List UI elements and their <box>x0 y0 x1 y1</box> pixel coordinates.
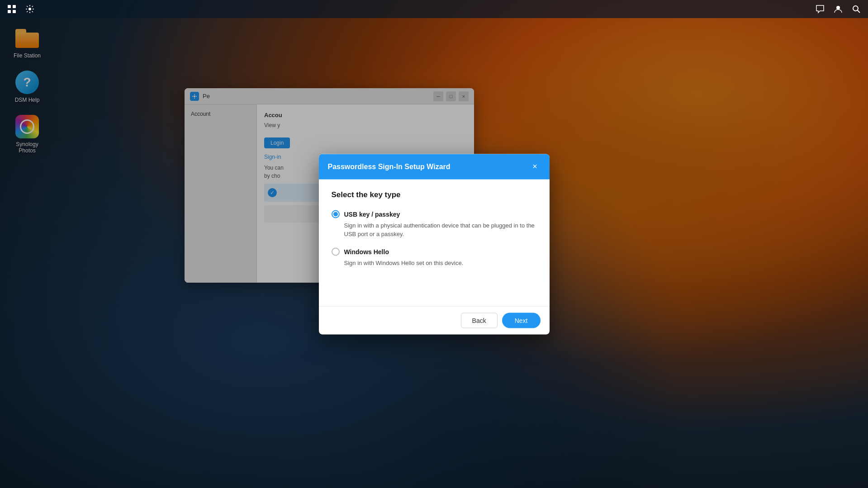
svg-rect-2 <box>8 10 11 13</box>
windows-hello-label: Windows Hello <box>344 248 389 255</box>
usb-key-radio[interactable] <box>332 210 340 218</box>
usb-key-option[interactable]: USB key / passkey Sign in with a physica… <box>332 210 537 238</box>
dialog-subtitle: Select the key type <box>332 190 537 199</box>
dialog-close-button[interactable]: × <box>530 161 541 172</box>
windows-hello-radio[interactable] <box>332 247 340 256</box>
next-button[interactable]: Next <box>502 313 541 328</box>
search-icon <box>852 5 861 14</box>
search-button[interactable] <box>848 1 864 17</box>
svg-point-4 <box>28 8 31 10</box>
usb-key-description: Sign in with a physical authentication d… <box>344 221 537 238</box>
dialog-header: Passwordless Sign-In Setup Wizard × <box>319 154 550 179</box>
svg-rect-1 <box>13 5 16 8</box>
chat-icon <box>816 5 825 14</box>
taskbar-left <box>0 1 38 17</box>
user-button[interactable] <box>830 1 846 17</box>
windows-hello-description: Sign in with Windows Hello set on this d… <box>344 258 537 267</box>
grid-apps-button[interactable] <box>4 1 20 17</box>
settings-icon <box>25 5 34 14</box>
back-button[interactable]: Back <box>461 313 498 328</box>
dialog-title: Passwordless Sign-In Setup Wizard <box>328 162 451 171</box>
svg-point-5 <box>836 6 840 9</box>
svg-point-6 <box>853 6 858 11</box>
dialog-footer: Back Next <box>319 306 550 334</box>
settings-button[interactable] <box>22 1 38 17</box>
usb-key-label: USB key / passkey <box>344 210 400 218</box>
chat-button[interactable] <box>812 1 828 17</box>
setup-wizard-dialog: Passwordless Sign-In Setup Wizard × Sele… <box>319 154 550 334</box>
taskbar-right <box>812 1 868 17</box>
svg-rect-3 <box>13 10 16 13</box>
svg-line-7 <box>858 10 860 13</box>
dialog-content: Select the key type USB key / passkey Si… <box>319 179 550 306</box>
modal-overlay: Passwordless Sign-In Setup Wizard × Sele… <box>0 0 868 488</box>
svg-rect-0 <box>8 5 11 8</box>
grid-icon <box>7 5 16 14</box>
user-icon <box>834 5 843 14</box>
taskbar <box>0 0 868 18</box>
windows-hello-option[interactable]: Windows Hello Sign in with Windows Hello… <box>332 247 537 267</box>
